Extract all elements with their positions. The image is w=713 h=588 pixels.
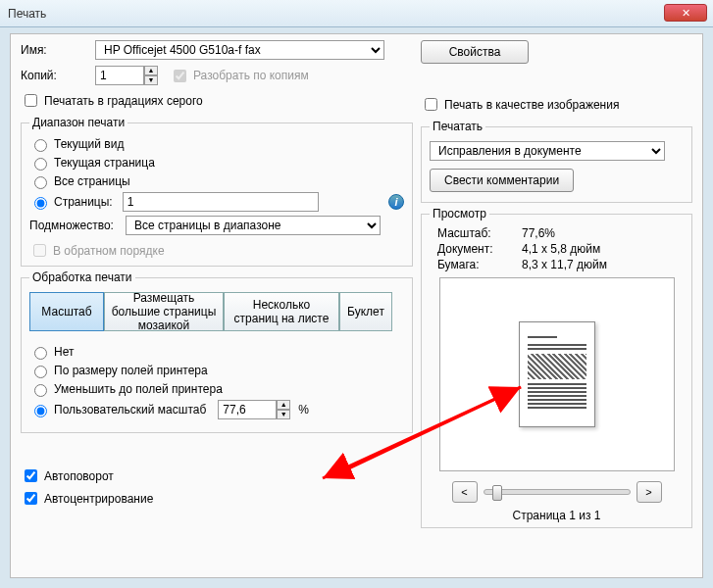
pages-input[interactable] <box>123 192 319 212</box>
as-image-check[interactable] <box>425 98 437 111</box>
grayscale-check[interactable] <box>25 94 37 107</box>
scale-up[interactable]: ▲ <box>277 400 290 410</box>
tab-booklet[interactable]: Буклет <box>339 292 392 331</box>
subset-select[interactable]: Все страницы в диапазоне <box>126 216 381 235</box>
close-button[interactable]: ✕ <box>664 4 707 22</box>
page-slider[interactable] <box>484 489 631 495</box>
copies-down[interactable]: ▼ <box>144 75 158 85</box>
printwhat-group: Печатать Исправления в документе Свести … <box>421 120 692 203</box>
handling-legend: Обработка печати <box>29 270 135 284</box>
collate-check: Разобрать по копиям <box>170 67 309 85</box>
page-count-label: Страница 1 из 1 <box>430 509 684 522</box>
next-page-button[interactable]: > <box>637 481 662 503</box>
autocenter-check[interactable] <box>25 492 37 505</box>
scale-down[interactable]: ▼ <box>277 410 290 419</box>
radio-current-page[interactable] <box>34 158 47 171</box>
name-label: Имя: <box>21 43 89 57</box>
preview-area <box>439 277 675 471</box>
subset-label: Подмножество: <box>29 219 120 232</box>
printwhat-legend: Печатать <box>430 120 485 133</box>
preview-legend: Просмотр <box>430 207 489 220</box>
printer-select[interactable]: HP Officejet 4500 G510a-f fax <box>95 40 384 60</box>
properties-button[interactable]: Свойства <box>421 40 529 64</box>
custom-scale-input[interactable] <box>218 400 277 419</box>
prev-page-button[interactable]: < <box>452 481 478 503</box>
copies-label: Копий: <box>21 69 89 82</box>
tab-multi[interactable]: Несколько страниц на листе <box>224 292 339 331</box>
radio-scale-fit[interactable] <box>34 366 47 378</box>
autorotate-check[interactable] <box>25 469 37 482</box>
handling-group: Обработка печати Масштаб Размещать больш… <box>21 270 413 433</box>
range-group: Диапазон печати Текущий вид Текущая стра… <box>21 116 413 267</box>
page-thumbnail <box>519 321 595 427</box>
radio-pages[interactable] <box>34 197 47 210</box>
copies-input[interactable] <box>95 66 144 85</box>
preview-group: Просмотр Масштаб:77,6% Документ:4,1 x 5,… <box>421 207 692 528</box>
radio-scale-shrink[interactable] <box>34 384 47 397</box>
info-icon[interactable]: i <box>388 194 404 210</box>
copies-up[interactable]: ▲ <box>144 66 158 75</box>
printwhat-select[interactable]: Исправления в документе <box>430 141 665 161</box>
grayscale-label: Печатать в градациях серого <box>44 94 203 108</box>
dialog-body: Имя: HP Officejet 4500 G510a-f fax Копий… <box>10 33 703 578</box>
range-legend: Диапазон печати <box>29 116 127 129</box>
window-title: Печать <box>8 7 46 21</box>
right-column: Свойства Печать в качестве изображения П… <box>421 40 692 532</box>
tab-scale[interactable]: Масштаб <box>29 292 104 331</box>
radio-scale-none[interactable] <box>34 347 47 360</box>
tab-tile[interactable]: Размещать большие страницы мозаикой <box>104 292 224 331</box>
radio-current-view[interactable] <box>34 139 47 152</box>
flatten-button[interactable]: Свести комментарии <box>430 169 574 192</box>
radio-all-pages[interactable] <box>34 176 47 189</box>
left-column: Имя: HP Officejet 4500 G510a-f fax Копий… <box>21 40 413 508</box>
copies-spinner[interactable]: ▲ ▼ <box>95 66 158 85</box>
radio-scale-custom[interactable] <box>34 405 47 417</box>
reverse-check <box>33 244 46 257</box>
titlebar: Печать ✕ <box>0 0 713 27</box>
